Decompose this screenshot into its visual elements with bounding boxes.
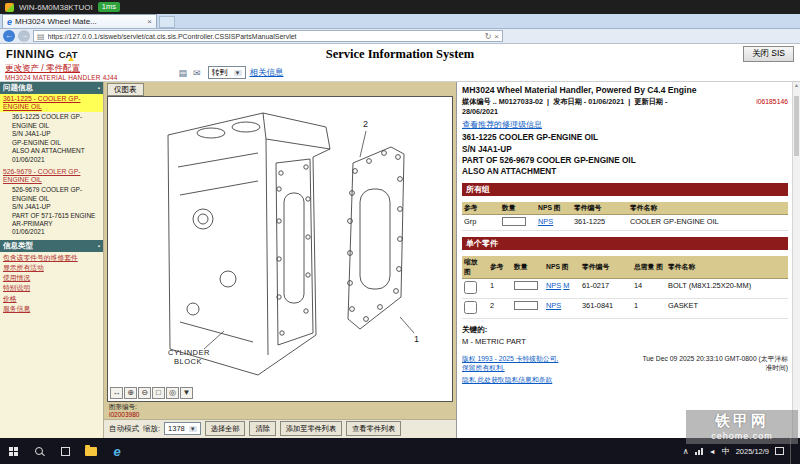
zoom-label: 缩放:	[143, 424, 160, 434]
total-req: 1	[632, 298, 666, 318]
callout-1[interactable]: 1	[414, 334, 419, 344]
recommended-repair-link[interactable]: 查看推荐的修理级信息	[462, 119, 542, 130]
sidebar-item-526-9679[interactable]: 526-9679 - COOLER GP-ENGINE OIL	[0, 167, 103, 185]
related-info-link[interactable]: 相关信息	[250, 67, 284, 79]
problem-info-title: 问题信息	[3, 83, 33, 93]
info-type-usage[interactable]: 使用情况	[0, 273, 103, 283]
parts-panel: MH3024 Wheel Material Handler, Powered B…	[456, 82, 800, 438]
goto-dropdown[interactable]: 转到 ▼	[208, 66, 246, 79]
stop-icon[interactable]: ×	[494, 32, 499, 41]
legend-label: 关键的:	[462, 325, 788, 335]
gasket-drawing	[348, 147, 404, 329]
group-qty-input[interactable]	[502, 217, 526, 226]
change-asset-link[interactable]: 更改资产 / 零件配置	[5, 64, 118, 74]
parts-table-title: 单个零件	[462, 237, 788, 250]
feedback-icon[interactable]: ✉	[193, 68, 201, 78]
close-sis-button[interactable]: 关闭 SIS	[743, 46, 794, 62]
model-title: MH3024 Wheel Material Handler, Powered B…	[462, 85, 788, 95]
separator: |	[547, 97, 549, 106]
note-m-link[interactable]: M	[563, 281, 569, 290]
browser-tab[interactable]: e MH3024 Wheel Mate... ×	[2, 14, 157, 28]
taskbar-date[interactable]: 2025/12/9	[736, 447, 769, 456]
graphic-area: 仅图表	[104, 82, 456, 438]
sidebar-item-361-1225[interactable]: 361-1225 - COOLER GP-ENGINE OIL	[0, 94, 103, 112]
part-name: BOLT (M8X1.25X20-MM)	[666, 278, 788, 298]
panel-scrollbar[interactable]: ▲	[792, 82, 800, 438]
group-part-number: 361-1225	[572, 214, 628, 230]
refresh-icon[interactable]: ↻	[485, 32, 492, 41]
search-button[interactable]	[26, 438, 52, 464]
asset-config-block: 更改资产 / 零件配置 MH3024 MATERIAL HANDLER 4J44	[5, 64, 118, 81]
graphics-only-tab[interactable]: 仅图表	[107, 83, 144, 96]
copyright-link[interactable]: 版权 1993 - 2025 卡特彼勒公司,	[462, 354, 558, 364]
sub-toolbar: 更改资产 / 零件配置 MH3024 MATERIAL HANDLER 4J44…	[0, 64, 800, 82]
engine-diagram[interactable]: 2 1 CYLINDER BLOCK	[108, 97, 452, 401]
scroll-up-icon[interactable]: ▲	[794, 82, 799, 88]
group-table: 参考 数量 NPS 图 零件编号 零件名称 Grp NPS 361-1225 C…	[462, 202, 788, 231]
rights-link[interactable]: 保留所有权利.	[462, 363, 558, 373]
graphic-options-dropdown-icon[interactable]: ▼	[180, 387, 193, 399]
internet-explorer-button[interactable]: e	[104, 438, 130, 464]
back-button[interactable]: ←	[3, 30, 15, 42]
legend-value: M - METRIC PART	[462, 337, 788, 346]
zoom-fit-icon[interactable]: ◎	[166, 387, 179, 399]
cat-triangle-icon	[68, 57, 74, 61]
nps-link[interactable]: NPS	[546, 281, 561, 290]
group-part-name: COOLER GP-ENGINE OIL	[628, 214, 788, 230]
clear-button[interactable]: 清除	[249, 421, 275, 436]
goto-label: 转到	[212, 67, 228, 78]
pan-icon[interactable]: ↔	[110, 387, 123, 399]
col-part-no: 零件编号	[580, 256, 632, 279]
volume-icon[interactable]: ◄	[709, 448, 716, 455]
tray-expand-icon[interactable]: ∧	[683, 447, 689, 456]
select-all-button[interactable]: 选择全部	[205, 421, 246, 436]
zoom-out-icon[interactable]: ⊖	[138, 387, 151, 399]
part-heading: 361-1225 COOLER GP-ENGINE OIL S/N J4A1-U…	[462, 132, 788, 176]
part-name: GASKET	[666, 298, 788, 318]
tab-close-icon[interactable]: ×	[147, 17, 152, 26]
timestamp: Tue Dec 09 2025 20:33:10 GMT-0800 (太平洋标准…	[638, 354, 788, 373]
col-zoom: 缩放 图	[462, 256, 488, 279]
zoom-in-icon[interactable]: ⊕	[124, 387, 137, 399]
scrollbar-thumb[interactable]	[794, 96, 799, 156]
callout-2[interactable]: 2	[363, 119, 368, 129]
watermark-title: 铁甲网	[692, 412, 792, 431]
view-parts-list-button[interactable]: 查看零件列表	[346, 421, 401, 436]
row-select-checkbox[interactable]	[464, 281, 477, 294]
group-nps-link[interactable]: NPS	[538, 217, 553, 226]
print-icon[interactable]: ▤	[179, 68, 188, 78]
part-qty-input[interactable]	[514, 301, 538, 310]
forward-button[interactable]: →	[18, 30, 30, 42]
graphic-number-value: i02003980	[109, 411, 139, 418]
zoom-window-icon[interactable]: □	[152, 387, 165, 399]
main-area: 问题信息 ▪ 361-1225 - COOLER GP-ENGINE OIL 3…	[0, 82, 800, 438]
privacy-link[interactable]: 隐私 此处获取隐私信息和条款	[462, 375, 552, 385]
info-type-activities[interactable]: 显示所有活动	[0, 263, 103, 273]
row-select-checkbox[interactable]	[464, 301, 477, 314]
update-date-label: 更新日期 -	[634, 97, 667, 106]
action-center-icon[interactable]	[775, 447, 784, 455]
language-indicator[interactable]: 中	[722, 446, 730, 457]
network-icon[interactable]	[695, 448, 703, 455]
sidebar: 问题信息 ▪ 361-1225 - COOLER GP-ENGINE OIL 3…	[0, 82, 104, 438]
url-field[interactable]: ▤ https://127.0.0.1/sisweb/servlet/cat.c…	[33, 30, 503, 42]
info-type-price[interactable]: 价格	[0, 294, 103, 304]
doc-id: i06185146	[756, 97, 788, 106]
zoom-value-dropdown[interactable]: 1378 ▼	[164, 422, 201, 435]
chevron-down-icon: ▼	[234, 70, 242, 76]
problem-info-header: 问题信息 ▪	[0, 82, 103, 94]
file-explorer-button[interactable]	[78, 438, 104, 464]
add-to-parts-list-button[interactable]: 添加至零件列表	[280, 421, 342, 436]
start-button[interactable]	[0, 438, 26, 464]
nps-link[interactable]: NPS	[546, 301, 561, 310]
separator: |	[628, 97, 630, 106]
part-qty-input[interactable]	[514, 281, 538, 290]
info-type-kits[interactable]: 包含该零件号的维修套件	[0, 253, 103, 263]
callout-leaders	[204, 131, 414, 349]
parts-graphic-viewer[interactable]: 2 1 CYLINDER BLOCK ↔ ⊕ ⊖ □ ◎ ▼	[107, 96, 453, 402]
info-type-service-info[interactable]: 服务信息	[0, 304, 103, 314]
breadcrumb: MH3024 MATERIAL HANDLER 4J44	[5, 74, 118, 81]
task-view-button[interactable]	[52, 438, 78, 464]
info-type-special-notes[interactable]: 特别说明	[0, 283, 103, 293]
new-tab-button[interactable]	[159, 16, 175, 28]
